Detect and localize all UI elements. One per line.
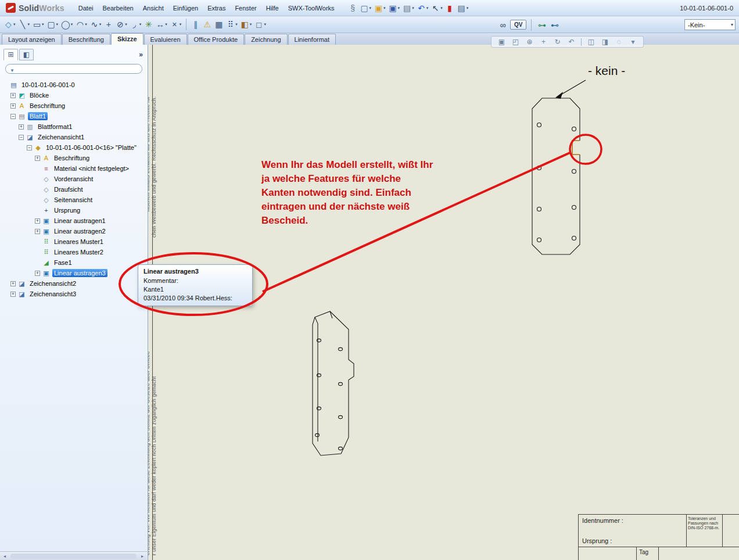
collapse-minus-icon[interactable]: −	[27, 145, 32, 150]
expand-plus-icon[interactable]: +	[35, 218, 40, 224]
featuremanager-tab-icon[interactable]: ⊞	[3, 49, 18, 60]
dropdown-arrow-icon[interactable]: ▾	[383, 6, 386, 10]
tree-item-bl-cke[interactable]: +◩Blöcke	[0, 90, 148, 100]
dropdown-arrow-icon[interactable]: ▾	[71, 22, 73, 27]
menu-swx-toolworks[interactable]: SWX-ToolWorks	[284, 2, 339, 14]
displaymanager-tab-icon[interactable]: ◧	[19, 49, 34, 60]
dropdown-arrow-icon[interactable]: ▾	[13, 22, 16, 27]
menu-einf-gen[interactable]: Einfügen	[168, 2, 203, 14]
zoom-fit-icon[interactable]: ▣	[496, 37, 507, 47]
expand-plus-icon[interactable]: +	[35, 271, 40, 276]
table-icon[interactable]: ▦	[213, 19, 224, 31]
tree-item-10-01-01-06-001-0[interactable]: ▤10-01-01-06-001-0	[0, 80, 148, 90]
pan-icon[interactable]: +	[538, 37, 549, 47]
previous-view-icon[interactable]: ↶	[566, 37, 577, 47]
tree-item-lineares-muster1[interactable]: ⠿Lineares Muster1	[0, 236, 148, 247]
qv-button[interactable]: QV	[510, 20, 526, 30]
trim-icon[interactable]: ×▾	[169, 19, 183, 31]
warning-icon[interactable]: ⚠	[202, 19, 213, 31]
arc-icon[interactable]: ◠▾	[74, 19, 88, 31]
line-icon[interactable]: ╲▾	[17, 19, 31, 31]
tree-item-10-01-01-06-001-0-16-platte[interactable]: −◆10-01-01-06-001-0<16> "Platte"	[0, 142, 148, 153]
expand-plus-icon[interactable]: +	[10, 281, 16, 286]
color-swatch-icon[interactable]: ◧▾	[239, 19, 253, 31]
dropdown-arrow-icon[interactable]: ▾	[28, 22, 30, 27]
dropdown-arrow-icon[interactable]: ▾	[250, 22, 252, 27]
menu-datei[interactable]: Datei	[74, 2, 98, 14]
panel-scrollbar[interactable]: ◂ ▸	[0, 551, 147, 560]
rebuild-icon[interactable]: ▮	[444, 2, 455, 14]
sketch-icon[interactable]: ◇▾	[3, 19, 17, 31]
power-plug-icon[interactable]: ⊶	[536, 19, 547, 31]
dropdown-arrow-icon[interactable]: ▾	[398, 6, 400, 10]
print-icon[interactable]: ▤▾	[401, 2, 415, 14]
rectangle-icon[interactable]: ▭▾	[31, 19, 45, 31]
layer-select[interactable]: -Kein- ▾	[684, 19, 736, 30]
menu-fenster[interactable]: Fenster	[230, 2, 261, 14]
tab-beschriftung[interactable]: Beschriftung	[62, 34, 110, 45]
tab-office-produkte[interactable]: Office Produkte	[188, 34, 245, 45]
tree-item-linear-austragen1[interactable]: +▣Linear austragen1	[0, 216, 148, 226]
dropdown-arrow-icon[interactable]: ▾	[426, 6, 429, 10]
tree-item-fase1[interactable]: ◢Fase1	[0, 257, 148, 268]
open-folder-icon[interactable]: ▣▾	[373, 2, 387, 14]
collapse-minus-icon[interactable]: −	[10, 114, 16, 119]
ellipse-icon[interactable]: ⊘▾	[114, 19, 128, 31]
dropdown-arrow-icon[interactable]: ▾	[165, 22, 167, 27]
attach-icon[interactable]: §	[347, 2, 358, 14]
tab-skizze[interactable]: Skizze	[111, 33, 144, 45]
tree-item-blatt1[interactable]: −▤Blatt1	[0, 111, 148, 121]
expand-plus-icon[interactable]: +	[10, 93, 16, 98]
save-icon[interactable]: ▣▾	[388, 2, 401, 14]
tree-item-lineares-muster2[interactable]: ⠿Lineares Muster2	[0, 247, 148, 257]
spline-icon[interactable]: ∿▾	[89, 19, 103, 31]
dropdown-arrow-icon[interactable]: ▾	[85, 22, 87, 27]
filter-input[interactable]	[17, 65, 138, 73]
dropdown-arrow-icon[interactable]: ▾	[370, 6, 372, 10]
expand-plus-icon[interactable]: +	[10, 103, 16, 109]
undo-icon[interactable]: ↶▾	[416, 2, 430, 14]
menu-ansicht[interactable]: Ansicht	[138, 2, 168, 14]
zoom-in-out-icon[interactable]: ⊕	[524, 37, 535, 47]
slot-icon[interactable]: ▢▾	[46, 19, 60, 31]
dropdown-arrow-icon[interactable]: ▾	[99, 22, 102, 27]
dropdown-arrow-icon[interactable]: ▾	[42, 22, 44, 27]
menu-hilfe[interactable]: Hilfe	[261, 2, 284, 14]
tree-item-blattformat1[interactable]: +▥Blattformat1	[0, 121, 148, 132]
dropdown-arrow-icon[interactable]: ▾	[235, 22, 238, 27]
dimension-icon[interactable]: ↔▾	[155, 19, 168, 31]
dropdown-arrow-icon[interactable]: ▾	[125, 22, 127, 27]
tab-zeichnung[interactable]: Zeichnung	[245, 34, 287, 45]
tree-item-material-nicht-festgelegt[interactable]: ≡Material <nicht festgelegt>	[0, 163, 148, 174]
new-document-icon[interactable]: ▢▾	[359, 2, 373, 14]
tree-item-draufsicht[interactable]: ◇Draufsicht	[0, 184, 148, 195]
hide-show-items-icon[interactable]: ◌	[614, 37, 625, 47]
filter-box[interactable]	[5, 64, 142, 74]
display-style-icon[interactable]: ◨	[600, 37, 611, 47]
power-socket-icon[interactable]: ⊷	[549, 19, 560, 31]
selection-box-icon[interactable]: ◻▾	[253, 19, 267, 31]
point-icon[interactable]: +	[103, 19, 114, 31]
tree-item-seitenansicht[interactable]: ◇Seitenansicht	[0, 195, 148, 205]
expand-plus-icon[interactable]: +	[35, 156, 40, 161]
dropdown-arrow-icon[interactable]: ▾	[467, 6, 469, 10]
tree-item-beschriftung[interactable]: +ABeschriftung	[0, 153, 148, 163]
tree-item-zeichenansicht1[interactable]: −◪Zeichenansicht1	[0, 132, 148, 142]
scroll-right-icon[interactable]: ▸	[138, 554, 147, 559]
tree-item-zeichenansicht3[interactable]: +◪Zeichenansicht3	[0, 289, 148, 299]
dropdown-arrow-icon[interactable]: ▾	[264, 22, 266, 27]
dropdown-arrow-icon[interactable]: ▾	[440, 6, 443, 10]
chevron-double-right-icon[interactable]: »	[139, 51, 143, 59]
tree-item-beschriftung[interactable]: +ABeschriftung	[0, 100, 148, 111]
view-settings-icon[interactable]: ▾	[627, 37, 638, 47]
plate-view-isometric[interactable]	[313, 311, 354, 455]
plate-view-right[interactable]	[532, 98, 580, 254]
menu-extras[interactable]: Extras	[203, 2, 230, 14]
section-view-icon[interactable]: ◫	[586, 37, 597, 47]
menu-bearbeiten[interactable]: Bearbeiten	[98, 2, 138, 14]
tree-item-vorderansicht[interactable]: ◇Vorderansicht	[0, 174, 148, 184]
tree-item-zeichenansicht2[interactable]: +◪Zeichenansicht2	[0, 278, 148, 289]
scroll-left-icon[interactable]: ◂	[0, 554, 9, 559]
tree-item-ursprung[interactable]: +Ursprung	[0, 205, 148, 216]
zoom-area-icon[interactable]: ◰	[510, 37, 521, 47]
